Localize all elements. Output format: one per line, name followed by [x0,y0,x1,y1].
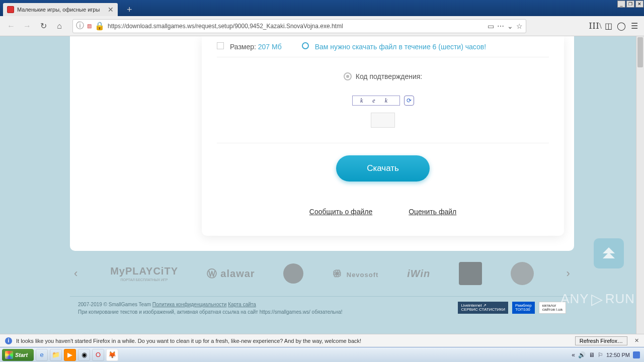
page-footer: 2007-2019 © SmallGames Team Политика кон… [70,296,574,320]
lock-icon: 🔒 [95,21,105,31]
scroll-to-top-button[interactable] [594,238,624,268]
window-controls: _ ❐ ✕ [617,0,644,8]
maximize-button[interactable]: ❐ [626,1,634,8]
partner-alawar[interactable]: Ⓦ alawar [207,267,255,281]
disclaimer-text: При копирование текстов и изображений, а… [78,309,343,315]
partners-carousel: ‹ MyPLAYCiTY ПОРТАЛ БЕСПЛАТНЫХ ИГР Ⓦ ala… [70,251,574,296]
liveinternet-badge[interactable]: Liveinternet ↗СЕРВИС СТАТИСТИКИ [458,302,508,314]
url-text: https://download.smallgames.ws/request,s… [108,23,485,30]
download-button[interactable]: Скачать [336,155,430,182]
partner-bigfish[interactable] [283,263,303,284]
partner-nevosoft[interactable]: ֎ Nevosoft [332,268,378,280]
tray-volume-icon[interactable]: 🔊 [578,351,586,358]
file-info-row: Размер: 207 Мб Вам нужно скачать файл в … [217,36,549,57]
bookmark-star-icon[interactable]: ☆ [516,22,523,30]
partner-iwin[interactable]: iWin [407,268,430,280]
security-shield-icon[interactable]: ▨ [87,23,92,29]
partner-box1[interactable] [459,262,482,285]
copyright-text: 2007-2019 © SmallGames Team [78,302,151,307]
tray-show-desktop[interactable] [633,351,640,358]
iua-badge[interactable]: каталогсайтов i.ua [539,302,566,314]
pocket-icon[interactable]: ⌄ [507,22,513,30]
clock-icon [302,42,309,49]
document-icon [217,42,224,49]
tab-title: Маленькие игры, офисные игры [17,7,100,13]
vertical-scrollbar[interactable] [636,36,644,334]
reload-button[interactable]: ↻ [36,19,50,33]
tray-flag-icon[interactable]: ⚐ [598,351,603,358]
tray-network-icon[interactable]: 🖥 [589,351,595,358]
sidebar-icon[interactable]: ◫ [603,21,614,32]
tray-expand-icon[interactable]: « [572,351,575,358]
size-value: 207 Мб [258,43,282,51]
notification-bar: i It looks like you haven't started Fire… [0,334,644,347]
privacy-link[interactable]: Политика конфиденциальности [152,302,227,307]
menu-icon[interactable]: ☰ [629,21,640,32]
time-warning: Вам нужно скачать файл в течение 6 (шест… [315,43,486,51]
rate-file-link[interactable]: Оценить файл [409,208,456,216]
back-button[interactable]: ← [4,19,18,33]
taskbar-chrome-icon[interactable]: ◉ [78,349,90,361]
page-content: Размер: 207 Мб Вам нужно скачать файл в … [0,36,644,334]
captcha-label: Код подтверждения: [356,72,423,80]
taskbar-explorer-icon[interactable]: 📁 [50,349,62,361]
partner-box2[interactable] [511,262,534,285]
rambler-badge[interactable]: РамблерТОП100 [512,302,535,314]
home-button[interactable]: ⌂ [52,19,66,33]
start-button[interactable]: Start [2,349,34,361]
info-icon[interactable]: ⓘ [76,21,84,31]
taskbar-clock[interactable]: 12:50 PM [606,352,630,358]
target-icon [344,72,352,80]
windows-logo-icon [5,351,13,359]
info-icon: i [5,337,12,344]
page-actions-icon[interactable]: ⋯ [497,22,504,30]
forward-button[interactable]: → [20,19,34,33]
account-icon[interactable]: ◯ [616,21,627,32]
carousel-next-button[interactable]: › [562,267,574,280]
captcha-input[interactable] [371,113,395,128]
close-notification-button[interactable]: ✕ [634,337,639,344]
tab-favicon-icon [7,6,14,13]
captcha-image: k e k [352,96,400,106]
captcha-refresh-button[interactable]: ⟳ [404,96,414,106]
url-bar[interactable]: ⓘ ▨ 🔒 https://download.smallgames.ws/req… [72,19,526,33]
partner-myplaycity[interactable]: MyPLAYCiTY ПОРТАЛ БЕСПЛАТНЫХ ИГР [110,265,178,282]
taskbar-firefox-icon[interactable]: 🦊 [106,349,118,361]
notification-text: It looks like you haven't started Firefo… [16,338,361,344]
reader-mode-icon[interactable]: ▭ [488,22,494,30]
library-icon[interactable]: 𝖨𝖨𝖨\ [590,21,601,32]
report-file-link[interactable]: Сообщить о файле [309,208,372,216]
taskbar-ie-icon[interactable]: e [36,349,48,361]
new-tab-button[interactable]: + [124,4,135,15]
window-titlebar: Маленькие игры, офисные игры ✕ + _ ❐ ✕ [0,0,644,16]
captcha-section: Код подтверждения: k e k ⟳ [217,57,549,143]
system-tray: « 🔊 🖥 ⚐ 12:50 PM [572,351,642,358]
taskbar-media-icon[interactable]: ▶ [64,349,76,361]
minimize-button[interactable]: _ [617,1,625,8]
carousel-prev-button[interactable]: ‹ [70,267,82,280]
tab-close-icon[interactable]: ✕ [108,6,114,13]
sitemap-link[interactable]: Карта сайта [228,302,256,307]
close-window-button[interactable]: ✕ [635,1,643,8]
size-label: Размер: [230,43,256,51]
refresh-firefox-button[interactable]: Refresh Firefox… [575,336,627,345]
browser-tab[interactable]: Маленькие игры, офисные игры ✕ [3,3,118,16]
taskbar: Start e 📁 ▶ ◉ O 🦊 « 🔊 🖥 ⚐ 12:50 PM [0,347,644,362]
browser-toolbar: ← → ↻ ⌂ ⓘ ▨ 🔒 https://download.smallgame… [0,16,644,36]
taskbar-opera-icon[interactable]: O [92,349,104,361]
download-card: Размер: 207 Мб Вам нужно скачать файл в … [202,36,564,236]
